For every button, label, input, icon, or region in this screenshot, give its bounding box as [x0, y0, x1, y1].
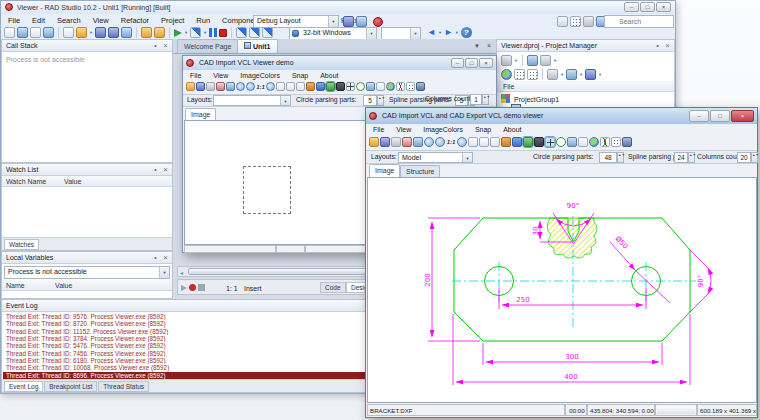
print-icon[interactable] — [391, 137, 401, 147]
menu-about[interactable]: About — [315, 70, 343, 82]
folder-browse-icon[interactable] — [141, 27, 152, 38]
search-input[interactable] — [604, 15, 674, 28]
menu-run[interactable]: Run — [191, 14, 215, 27]
move-icon[interactable] — [545, 137, 555, 147]
save-icon[interactable] — [196, 82, 205, 91]
draw-color-icon[interactable] — [501, 137, 511, 147]
link-icon[interactable] — [583, 16, 594, 27]
green-mode-icon[interactable] — [326, 82, 335, 91]
trace-into-icon[interactable] — [249, 27, 260, 38]
new-window-icon[interactable] — [501, 55, 512, 66]
open-icon[interactable] — [186, 82, 195, 91]
tab-code[interactable]: Code — [320, 282, 346, 293]
process-combo[interactable]: Process is not accessible▼ — [4, 266, 170, 279]
tab-structure[interactable]: Structure — [400, 165, 440, 177]
call-stack-header[interactable]: Call Stack — [2, 40, 172, 52]
tab-event-log[interactable]: Event Log — [4, 381, 43, 392]
drop-icon[interactable]: ▼ — [579, 69, 583, 80]
drop-icon[interactable]: ▼ — [598, 69, 602, 80]
export-icon[interactable] — [226, 82, 235, 91]
sort-icon[interactable] — [514, 69, 525, 80]
menu-view[interactable]: View — [391, 124, 416, 136]
pm-file-column[interactable]: File — [497, 81, 674, 92]
columns-count-spinner[interactable]: ▲▼ — [482, 94, 489, 105]
sync-icon[interactable] — [501, 69, 512, 80]
remove-icon[interactable] — [540, 55, 551, 66]
rotate-icon[interactable] — [589, 137, 599, 147]
cad-viewer-titlebar[interactable]: CAD Import VCL Viewer demo — [183, 56, 496, 70]
open-file-drop-icon[interactable]: ▼ — [89, 27, 93, 38]
close-icon[interactable]: × — [161, 42, 170, 51]
measure-icon[interactable] — [578, 137, 588, 147]
add-new-icon[interactable] — [527, 55, 538, 66]
browse-forward-icon[interactable]: ► — [444, 27, 453, 38]
menu-edit[interactable]: Edit — [27, 14, 50, 27]
zoom-previous-icon[interactable] — [266, 82, 275, 91]
measure-icon[interactable] — [376, 82, 385, 91]
tab-image[interactable]: Image — [369, 164, 400, 177]
save-layout-icon[interactable] — [343, 16, 354, 27]
save-as-icon[interactable] — [121, 27, 132, 38]
zoom-out-icon[interactable] — [246, 82, 255, 91]
menu-project[interactable]: Project — [156, 14, 189, 27]
close-button[interactable]: × — [731, 110, 754, 122]
new-form-icon[interactable] — [63, 27, 74, 38]
layers-icon[interactable] — [276, 82, 285, 91]
close-icon[interactable]: × — [663, 42, 672, 51]
menu-imagecolors[interactable]: ImageColors — [418, 124, 468, 136]
watch-list-header[interactable]: Watch List — [2, 164, 172, 176]
pin-icon[interactable]: • — [151, 166, 160, 175]
tab-thread-status[interactable]: Thread Status — [98, 381, 149, 392]
tab-unit1[interactable]: Unit1 — [237, 39, 278, 53]
drop-icon[interactable]: ▼ — [514, 55, 518, 66]
mail-icon[interactable] — [557, 16, 568, 27]
breakpoint-icon[interactable] — [189, 284, 196, 291]
stack-icon[interactable] — [585, 69, 596, 80]
columns-count-value[interactable]: 20 — [737, 152, 751, 163]
step-over-icon[interactable] — [236, 27, 247, 38]
drop-icon[interactable]: ▼ — [553, 55, 557, 66]
circle-tool-icon[interactable] — [356, 82, 365, 91]
pin-icon[interactable]: • — [151, 254, 160, 263]
menu-about[interactable]: About — [498, 124, 526, 136]
pan-icon[interactable] — [490, 137, 500, 147]
run-drop-icon[interactable]: ▼ — [184, 27, 188, 38]
maximize-button[interactable]: □ — [465, 58, 478, 68]
maximize-button[interactable]: □ — [640, 2, 655, 12]
tree-item-projectgroup[interactable]: ProjectGroup1 — [501, 94, 510, 104]
cad-drawing-canvas[interactable]: 400 300 250 200 30 90° 90° Ø50 — [367, 177, 757, 403]
help-icon[interactable]: ? — [461, 27, 472, 38]
back-drop-icon[interactable]: ▼ — [438, 27, 442, 38]
black-background-icon[interactable] — [336, 82, 345, 91]
save-icon[interactable] — [95, 27, 106, 38]
tab-watches[interactable]: Watches — [4, 239, 39, 250]
tab-welcome-page[interactable]: Welcome Page — [177, 39, 238, 53]
background-color-icon[interactable] — [512, 137, 522, 147]
col-value[interactable]: Value — [64, 178, 81, 185]
stop-small-icon[interactable] — [198, 284, 205, 291]
close-icon[interactable]: × — [161, 254, 170, 263]
save-all-icon[interactable] — [108, 27, 119, 38]
grid-icon[interactable] — [406, 82, 415, 91]
draw-color-icon[interactable] — [306, 82, 315, 91]
move-icon[interactable] — [346, 82, 355, 91]
preview-icon[interactable] — [416, 82, 425, 91]
zoom-in-icon[interactable] — [424, 137, 434, 147]
run-no-debug-drop-icon[interactable]: ▼ — [203, 27, 207, 38]
col-value[interactable]: Value — [55, 282, 72, 289]
delete-layout-icon[interactable] — [356, 16, 367, 27]
browse-back-icon[interactable]: ◄ — [427, 27, 436, 38]
layouts-combo[interactable]: ▼ — [213, 95, 291, 106]
print-icon[interactable] — [206, 82, 215, 91]
close-button[interactable]: × — [479, 58, 493, 68]
export-icon[interactable] — [413, 137, 423, 147]
open-file-icon[interactable] — [76, 27, 87, 38]
columns-count-value[interactable]: 1 — [470, 94, 482, 105]
close-icon[interactable]: × — [161, 166, 170, 175]
circle-parts-value[interactable]: 5 — [363, 95, 377, 106]
menu-refactor[interactable]: Refactor — [116, 14, 154, 27]
spline-parts-value[interactable]: 24 — [674, 152, 688, 163]
menu-file[interactable]: File — [185, 70, 206, 82]
scroll-left-icon[interactable]: ◄ — [179, 268, 184, 279]
scrollbar-thumb[interactable] — [188, 268, 368, 275]
